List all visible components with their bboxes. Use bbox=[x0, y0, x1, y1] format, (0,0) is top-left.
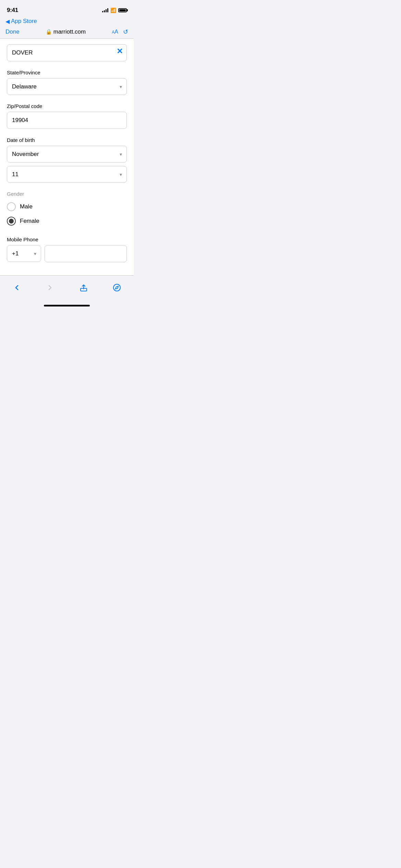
gender-label: Gender bbox=[7, 191, 127, 197]
phone-label: Mobile Phone bbox=[7, 237, 127, 242]
browser-actions: AA ↻ bbox=[112, 28, 128, 36]
back-label[interactable]: App Store bbox=[11, 18, 37, 25]
dob-month-wrapper: November ▾ bbox=[7, 146, 127, 162]
phone-row: +1 ▾ bbox=[7, 245, 127, 262]
zip-label: Zip/Postal code bbox=[7, 103, 127, 109]
dob-section: Date of birth November ▾ 11 ▾ bbox=[7, 132, 127, 185]
phone-section: Mobile Phone +1 ▾ bbox=[7, 231, 127, 265]
gender-male-radio[interactable] bbox=[7, 202, 16, 211]
phone-country-select[interactable]: +1 bbox=[7, 245, 41, 262]
battery-icon bbox=[118, 8, 127, 12]
forward-button[interactable] bbox=[42, 280, 58, 295]
dob-day-select[interactable]: 11 bbox=[7, 166, 127, 183]
signal-icon bbox=[102, 8, 108, 12]
share-button[interactable] bbox=[76, 280, 91, 295]
gender-female-dot bbox=[9, 219, 14, 224]
home-indicator bbox=[0, 303, 134, 309]
status-bar: 9:41 📶 bbox=[0, 0, 134, 17]
svg-marker-2 bbox=[116, 286, 118, 289]
gender-female-option[interactable]: Female bbox=[7, 214, 127, 228]
lock-icon: 🔒 bbox=[46, 29, 52, 35]
back-arrow-icon: ◀ bbox=[5, 18, 10, 25]
compass-button[interactable] bbox=[109, 280, 124, 295]
bottom-nav bbox=[0, 275, 134, 303]
dob-month-select[interactable]: November bbox=[7, 146, 127, 162]
back-button[interactable] bbox=[9, 280, 24, 295]
gender-section: Gender Male Female bbox=[7, 185, 127, 231]
state-label: State/Province bbox=[7, 70, 127, 75]
main-content: ✕ State/Province Delaware ▾ Zip/Postal c… bbox=[0, 39, 134, 275]
city-input[interactable] bbox=[7, 44, 127, 61]
url-bar: 🔒 marriott.com bbox=[46, 28, 86, 35]
state-select-wrapper: Delaware ▾ bbox=[7, 78, 127, 95]
browser-toolbar: Done 🔒 marriott.com AA ↻ bbox=[0, 27, 134, 39]
wifi-icon: 📶 bbox=[110, 8, 116, 13]
zip-input[interactable] bbox=[7, 112, 127, 129]
reload-button[interactable]: ↻ bbox=[123, 28, 128, 36]
gender-male-option[interactable]: Male bbox=[7, 200, 127, 214]
phone-number-input[interactable] bbox=[45, 245, 127, 262]
aa-button[interactable]: AA bbox=[112, 29, 118, 35]
zip-section: Zip/Postal code bbox=[7, 98, 127, 132]
phone-country-wrapper: +1 ▾ bbox=[7, 245, 41, 262]
status-time: 9:41 bbox=[7, 7, 18, 14]
done-button[interactable]: Done bbox=[5, 28, 20, 35]
url-text: marriott.com bbox=[53, 28, 86, 35]
gender-female-radio[interactable] bbox=[7, 217, 16, 226]
status-icons: 📶 bbox=[102, 8, 127, 13]
city-field-wrapper: ✕ bbox=[7, 39, 127, 64]
dob-label: Date of birth bbox=[7, 137, 127, 143]
gender-male-label: Male bbox=[20, 203, 33, 210]
clear-city-button[interactable]: ✕ bbox=[117, 48, 123, 55]
home-bar bbox=[44, 305, 90, 306]
gender-female-label: Female bbox=[20, 218, 39, 225]
svg-point-1 bbox=[113, 284, 120, 291]
state-section: State/Province Delaware ▾ bbox=[7, 64, 127, 98]
state-select[interactable]: Delaware bbox=[7, 78, 127, 95]
back-nav: ◀ App Store bbox=[0, 17, 134, 27]
dob-day-wrapper: 11 ▾ bbox=[7, 166, 127, 183]
